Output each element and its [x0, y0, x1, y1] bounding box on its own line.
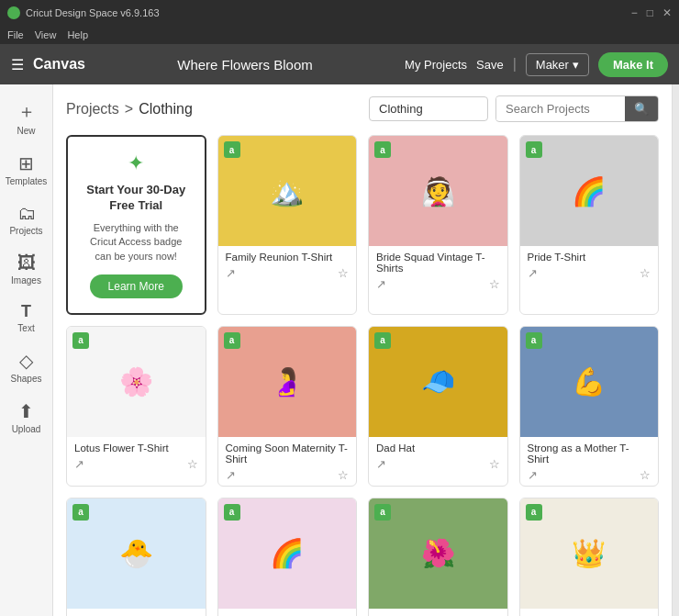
- promo-card[interactable]: ✦ Start Your 30-Day Free Trial Everythin…: [66, 135, 206, 315]
- project-card-easter-bunny[interactable]: a 🐣 Easter Bunny Hunting T-Shirt ↗ ☆: [66, 498, 206, 616]
- top-nav-left: ☰ Canvas: [11, 56, 85, 73]
- favorite-icon[interactable]: ☆: [489, 277, 500, 291]
- access-badge: a: [224, 504, 240, 521]
- card-thumbnail: a 🌸: [67, 327, 206, 437]
- project-card-dad-hat[interactable]: a 🧢 Dad Hat ↗ ☆: [368, 326, 508, 487]
- card-thumbnail: a 🌈: [218, 498, 357, 609]
- card-thumbnail: a 🌈: [520, 136, 659, 246]
- sidebar-item-upload[interactable]: ⬆ Upload: [2, 393, 51, 442]
- project-card-family-reunion[interactable]: a 🏔️ Family Reunion T-Shirt ↗ ☆: [217, 135, 358, 315]
- card-thumbnail: a 🌺: [369, 498, 507, 609]
- upload-icon: ⬆: [18, 400, 34, 422]
- sidebar-item-shapes[interactable]: ◇ Shapes: [2, 342, 51, 391]
- title-bar: Cricut Design Space v6.9.163 − □ ✕: [0, 0, 679, 26]
- sidebar-item-new[interactable]: ＋ New: [2, 92, 51, 143]
- project-name: Where Flowers Bloom: [177, 57, 313, 73]
- share-icon[interactable]: ↗: [226, 266, 236, 280]
- favorite-icon[interactable]: ☆: [338, 266, 349, 280]
- sidebar-item-text[interactable]: T Text: [2, 295, 51, 341]
- card-actions: ↗ ☆: [528, 468, 651, 482]
- card-footer: Rainbow Baby Bodysuit ↗ ☆: [218, 609, 357, 616]
- title-bar-controls[interactable]: − □ ✕: [631, 6, 672, 19]
- card-title: Strong as a Mother T-Shirt: [528, 442, 651, 465]
- access-badge: a: [526, 504, 542, 521]
- share-icon[interactable]: ↗: [226, 468, 236, 482]
- category-filter[interactable]: Clothing All Home Decor Cards Paper Craf…: [369, 96, 488, 121]
- card-footer: Nap Royalty Baby Bodysuit ↗ ☆: [520, 609, 659, 616]
- share-icon[interactable]: ↗: [528, 468, 538, 482]
- projects-grid: ✦ Start Your 30-Day Free Trial Everythin…: [66, 135, 659, 616]
- card-title: Dad Hat: [376, 442, 500, 454]
- project-card-lotus[interactable]: a 🌸 Lotus Flower T-Shirt ↗ ☆: [66, 326, 206, 487]
- learn-more-button[interactable]: Learn More: [90, 274, 183, 298]
- scrollbar[interactable]: [672, 84, 679, 616]
- access-badge: a: [72, 332, 89, 349]
- project-card-rainbow-baby[interactable]: a 🌈 Rainbow Baby Bodysuit ↗ ☆: [217, 498, 358, 616]
- sidebar-label-images: Images: [11, 275, 41, 286]
- card-footer: Pride T-Shirt ↗ ☆: [520, 246, 659, 284]
- sidebar: ＋ New ⊞ Templates 🗂 Projects 🖼 Images T …: [0, 84, 53, 616]
- maximize-button[interactable]: □: [647, 6, 653, 19]
- app-title: Cricut Design Space v6.9.163: [26, 7, 160, 18]
- save-button[interactable]: Save: [476, 58, 504, 72]
- favorite-icon[interactable]: ☆: [640, 266, 651, 280]
- card-actions: ↗ ☆: [376, 277, 500, 291]
- card-title: Coming Soon Maternity T-Shirt: [226, 442, 350, 465]
- content-area: Projects > Clothing Clothing All Home De…: [53, 84, 672, 616]
- access-badge: a: [526, 141, 542, 158]
- sidebar-item-images[interactable]: 🖼 Images: [2, 245, 51, 293]
- search-input[interactable]: [496, 97, 625, 120]
- project-card-floral-compass[interactable]: a 🌺 Floral Compass T-Shirt ↗ ☆: [368, 498, 508, 616]
- card-thumbnail: a 👰: [369, 136, 507, 246]
- card-actions: ↗ ☆: [74, 457, 198, 471]
- main-layout: ＋ New ⊞ Templates 🗂 Projects 🖼 Images T …: [0, 84, 679, 616]
- project-card-maternity[interactable]: a 🤰 Coming Soon Maternity T-Shirt ↗ ☆: [217, 326, 358, 487]
- breadcrumb-separator: >: [125, 101, 133, 118]
- favorite-icon[interactable]: ☆: [338, 468, 349, 482]
- menu-file[interactable]: File: [7, 29, 24, 40]
- card-thumbnail: a 🐣: [67, 498, 206, 609]
- card-actions: ↗ ☆: [226, 468, 350, 482]
- card-title: Family Reunion T-Shirt: [226, 252, 350, 263]
- menu-view[interactable]: View: [35, 29, 57, 40]
- favorite-icon[interactable]: ☆: [489, 457, 500, 471]
- menu-help[interactable]: Help: [67, 29, 88, 40]
- new-icon: ＋: [17, 99, 36, 124]
- hamburger-menu[interactable]: ☰: [11, 56, 24, 73]
- project-card-nap-royalty[interactable]: a 👑 Nap Royalty Baby Bodysuit ↗ ☆: [519, 498, 660, 616]
- maker-dropdown[interactable]: Maker ▾: [526, 53, 589, 76]
- card-footer: Family Reunion T-Shirt ↗ ☆: [218, 246, 357, 284]
- share-icon[interactable]: ↗: [376, 277, 386, 291]
- access-badge: a: [526, 332, 542, 349]
- make-it-button[interactable]: Make It: [598, 52, 668, 77]
- promo-icon: ✦: [128, 151, 144, 175]
- sidebar-label-upload: Upload: [12, 424, 41, 434]
- access-badge: a: [224, 141, 240, 158]
- close-button[interactable]: ✕: [662, 6, 672, 19]
- my-projects-link[interactable]: My Projects: [405, 58, 467, 72]
- card-footer: Coming Soon Maternity T-Shirt ↗ ☆: [218, 437, 357, 486]
- minimize-button[interactable]: −: [631, 6, 638, 19]
- share-icon[interactable]: ↗: [74, 457, 84, 471]
- project-card-pride[interactable]: a 🌈 Pride T-Shirt ↗ ☆: [519, 135, 660, 315]
- sidebar-item-projects[interactable]: 🗂 Projects: [2, 196, 51, 243]
- project-card-strong-mother[interactable]: a 💪 Strong as a Mother T-Shirt ↗ ☆: [519, 326, 660, 487]
- sidebar-item-templates[interactable]: ⊞ Templates: [2, 145, 51, 194]
- access-badge: a: [224, 332, 240, 349]
- shapes-icon: ◇: [19, 350, 33, 372]
- project-card-bride-squad[interactable]: a 👰 Bride Squad Vintage T-Shirts ↗ ☆: [368, 135, 508, 315]
- favorite-icon[interactable]: ☆: [640, 468, 651, 482]
- card-thumbnail: a 🏔️: [218, 136, 357, 246]
- breadcrumb-parent[interactable]: Projects: [66, 101, 119, 118]
- card-actions: ↗ ☆: [226, 266, 350, 280]
- card-footer: Easter Bunny Hunting T-Shirt ↗ ☆: [67, 609, 206, 616]
- favorite-icon[interactable]: ☆: [187, 457, 198, 471]
- share-icon[interactable]: ↗: [528, 266, 538, 280]
- chevron-down-icon: ▾: [573, 58, 579, 72]
- promo-title: Start Your 30-Day Free Trial: [83, 183, 190, 214]
- search-button[interactable]: 🔍: [625, 96, 658, 121]
- images-icon: 🖼: [17, 252, 36, 274]
- promo-description: Everything with the Cricut Access badge …: [83, 221, 190, 263]
- card-title: Pride T-Shirt: [528, 252, 651, 263]
- share-icon[interactable]: ↗: [376, 457, 386, 471]
